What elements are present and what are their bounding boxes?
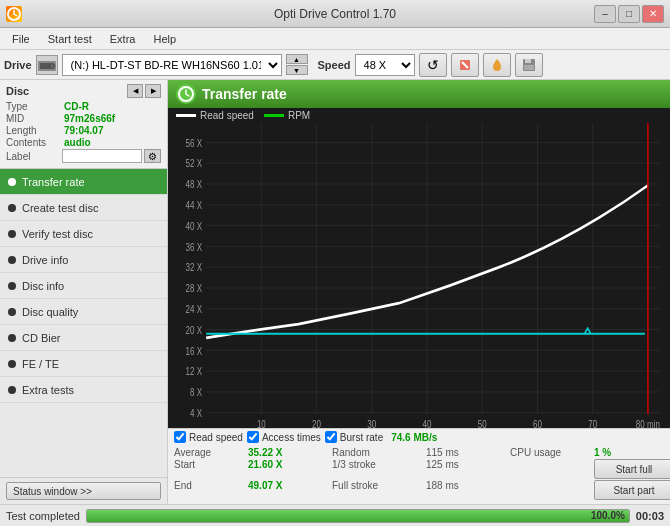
svg-text:52 X: 52 X: [186, 157, 203, 170]
status-bar: Test completed 100.0% 00:03: [0, 504, 670, 526]
menu-start-test[interactable]: Start test: [40, 31, 100, 47]
disc-nav-arrows: ◀ ▶: [127, 84, 161, 98]
access-times-checkbox[interactable]: [247, 431, 259, 443]
drive-next-button[interactable]: ▼: [286, 65, 308, 75]
chart-title: Transfer rate: [202, 86, 287, 102]
status-window-button[interactable]: Status window >>: [6, 482, 161, 500]
progress-value: 100.0%: [591, 510, 625, 521]
legend-read-speed: Read speed: [176, 110, 254, 121]
stat-cpu-value: 1 %: [594, 447, 670, 458]
sidebar-item-create-test-disc[interactable]: Create test disc: [0, 195, 167, 221]
sidebar-item-extra-tests[interactable]: Extra tests: [0, 377, 167, 403]
disc-prev-button[interactable]: ◀: [127, 84, 143, 98]
sidebar-label-disc-info: Disc info: [22, 280, 64, 292]
sidebar: Disc ◀ ▶ Type CD-R MID 97m26s66f Length …: [0, 80, 168, 504]
sidebar-item-transfer-rate[interactable]: Transfer rate: [0, 169, 167, 195]
maximize-button[interactable]: □: [618, 5, 640, 23]
drive-nav-arrows: ▲ ▼: [286, 54, 308, 75]
svg-text:24 X: 24 X: [186, 303, 203, 316]
svg-text:10: 10: [257, 418, 266, 428]
sidebar-item-disc-quality[interactable]: Disc quality: [0, 299, 167, 325]
nav-dot-transfer-rate: [8, 178, 16, 186]
svg-text:16 X: 16 X: [186, 344, 203, 357]
svg-text:40: 40: [423, 418, 432, 428]
access-times-checkbox-item: Access times: [247, 431, 321, 443]
stat-fullstroke-label: Full stroke: [332, 480, 422, 500]
disc-length-label: Length: [6, 125, 64, 136]
svg-text:44 X: 44 X: [186, 199, 203, 212]
sidebar-item-disc-info[interactable]: Disc info: [0, 273, 167, 299]
menu-help[interactable]: Help: [145, 31, 184, 47]
disc-settings-button[interactable]: ⚙: [144, 149, 161, 163]
disc-label-input[interactable]: [62, 149, 142, 163]
app-icon: [6, 6, 22, 22]
svg-text:40 X: 40 X: [186, 219, 203, 232]
erase-button[interactable]: [451, 53, 479, 77]
chart-svg: 56 X 52 X 48 X 44 X 40 X 36 X 32 X 28 X …: [168, 123, 670, 428]
disc-label-label: Label: [6, 151, 62, 162]
minimize-button[interactable]: –: [594, 5, 616, 23]
window-controls: – □ ✕: [594, 5, 664, 23]
svg-rect-10: [168, 123, 670, 428]
burst-rate-checkbox-label: Burst rate: [340, 432, 383, 443]
svg-rect-8: [524, 65, 534, 70]
burst-rate-value: 74.6 MB/s: [391, 432, 437, 443]
speed-select[interactable]: 48 X: [355, 54, 415, 76]
svg-rect-2: [40, 63, 50, 69]
sidebar-item-fe-te[interactable]: FE / TE: [0, 351, 167, 377]
nav-dot-drive-info: [8, 256, 16, 264]
nav-dot-extra-tests: [8, 386, 16, 394]
legend-read-speed-color: [176, 114, 196, 117]
svg-text:60: 60: [533, 418, 542, 428]
disc-info-panel: Disc ◀ ▶ Type CD-R MID 97m26s66f Length …: [0, 80, 167, 169]
sidebar-label-cd-bier: CD Bier: [22, 332, 61, 344]
stat-onethird-label: 1/3 stroke: [332, 459, 422, 479]
progress-bar: 100.0%: [86, 509, 630, 523]
menu-extra[interactable]: Extra: [102, 31, 144, 47]
disc-mid-value: 97m26s66f: [64, 113, 115, 124]
status-time: 00:03: [636, 510, 664, 522]
disc-next-button[interactable]: ▶: [145, 84, 161, 98]
drive-select[interactable]: (N:) HL-DT-ST BD-RE WH16NS60 1.01: [62, 54, 282, 76]
disc-mid-row: MID 97m26s66f: [6, 113, 161, 124]
disc-length-value: 79:04.07: [64, 125, 103, 136]
drive-label: Drive: [4, 59, 32, 71]
burst-rate-checkbox[interactable]: [325, 431, 337, 443]
stat-start-value: 21.60 X: [248, 459, 328, 479]
stat-cpu-label: CPU usage: [510, 447, 590, 458]
nav-dot-disc-info: [8, 282, 16, 290]
nav-dot-create-test-disc: [8, 204, 16, 212]
save-button[interactable]: [515, 53, 543, 77]
stat-onethird-value: 125 ms: [426, 459, 506, 479]
stat-random-label: Random: [332, 447, 422, 458]
burn-button[interactable]: [483, 53, 511, 77]
start-full-button[interactable]: Start full: [594, 459, 670, 479]
menu-bar: File Start test Extra Help: [0, 28, 670, 50]
sidebar-label-transfer-rate: Transfer rate: [22, 176, 85, 188]
chart-container: 56 X 52 X 48 X 44 X 40 X 36 X 32 X 28 X …: [168, 123, 670, 428]
drive-icon: [36, 55, 58, 75]
start-part-button[interactable]: Start part: [594, 480, 670, 500]
sidebar-item-verify-test-disc[interactable]: Verify test disc: [0, 221, 167, 247]
read-speed-checkbox[interactable]: [174, 431, 186, 443]
drive-prev-button[interactable]: ▲: [286, 54, 308, 64]
legend-rpm-label: RPM: [288, 110, 310, 121]
speed-label: Speed: [318, 59, 351, 71]
read-speed-checkbox-item: Read speed: [174, 431, 243, 443]
menu-file[interactable]: File: [4, 31, 38, 47]
sidebar-item-cd-bier[interactable]: CD Bier: [0, 325, 167, 351]
refresh-button[interactable]: ↺: [419, 53, 447, 77]
stat-end-value: 49.07 X: [248, 480, 328, 500]
svg-point-3: [49, 63, 54, 68]
svg-text:32 X: 32 X: [186, 261, 203, 274]
close-button[interactable]: ✕: [642, 5, 664, 23]
svg-text:4 X: 4 X: [190, 407, 202, 420]
legend-rpm-color: [264, 114, 284, 117]
nav-items: Transfer rate Create test disc Verify te…: [0, 169, 167, 477]
disc-mid-label: MID: [6, 113, 64, 124]
svg-text:20: 20: [312, 418, 321, 428]
disc-type-row: Type CD-R: [6, 101, 161, 112]
disc-type-label: Type: [6, 101, 64, 112]
disc-contents-row: Contents audio: [6, 137, 161, 148]
sidebar-item-drive-info[interactable]: Drive info: [0, 247, 167, 273]
